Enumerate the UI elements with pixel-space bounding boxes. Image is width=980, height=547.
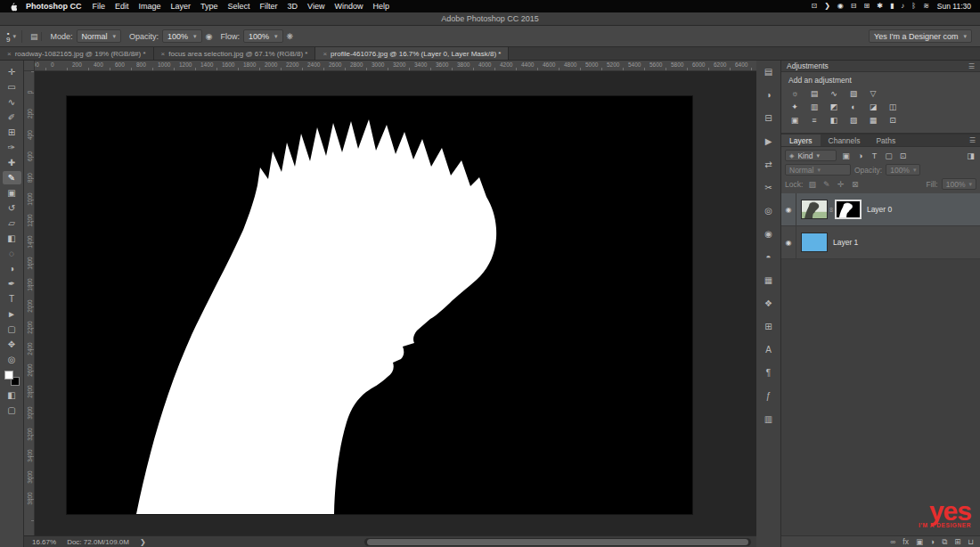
brush-settings-panel-icon[interactable]: ⇄: [761, 158, 777, 170]
app-menu[interactable]: Photoshop CC: [26, 2, 82, 11]
document-tab[interactable]: ×roadway-1082165.jpg @ 19% (RGB/8#) *: [0, 47, 154, 60]
close-tab-icon[interactable]: ×: [161, 50, 166, 58]
close-tab-icon[interactable]: ×: [323, 50, 327, 58]
link-layers-icon[interactable]: ∞: [890, 536, 895, 547]
new-layer-icon[interactable]: ⊞: [954, 536, 960, 547]
panel-tab-channels[interactable]: Channels: [821, 135, 869, 146]
layer-name[interactable]: Layer 0: [867, 205, 892, 214]
canvas-image[interactable]: [67, 96, 692, 514]
menu-select[interactable]: Select: [228, 2, 250, 11]
healing-brush-tool[interactable]: ✚: [3, 156, 21, 169]
document-tab[interactable]: ×profile-461076.jpg @ 16.7% (Layer 0, La…: [315, 47, 509, 60]
workspace-select[interactable]: Yes I'm a Designer com ▾: [869, 29, 972, 43]
black-white-icon[interactable]: ◐: [847, 102, 860, 112]
layer-style-icon[interactable]: fx: [902, 536, 909, 547]
filter-type-layers-icon[interactable]: T: [869, 151, 880, 160]
visibility-toggle[interactable]: ◉: [781, 193, 796, 225]
delete-layer-icon[interactable]: ⊔: [968, 536, 974, 547]
brush-tool[interactable]: ✎: [3, 171, 21, 184]
blur-tool[interactable]: ◌: [3, 247, 21, 260]
layer-mask-thumbnail[interactable]: [835, 200, 862, 219]
filter-pixel-layers-icon[interactable]: ▣: [840, 151, 852, 160]
learn-panel-icon[interactable]: ▶: [761, 135, 777, 147]
spotlight-icon[interactable]: ✱: [877, 0, 883, 12]
posterize-icon[interactable]: ≡: [808, 115, 821, 126]
layer-name[interactable]: Layer 1: [833, 238, 858, 247]
zoom-level[interactable]: 16.67%: [32, 538, 56, 546]
menu-view[interactable]: View: [307, 2, 324, 11]
display-icon[interactable]: ⊟: [851, 0, 857, 12]
selective-color-icon[interactable]: ▦: [867, 115, 879, 126]
quick-mask-icon[interactable]: ◧: [3, 388, 21, 402]
filter-kind-select[interactable]: ◈ Kind ▾: [785, 150, 837, 161]
brightness-contrast-icon[interactable]: ☼: [788, 88, 801, 99]
chevron-right-icon[interactable]: ❯: [824, 0, 830, 12]
foreground-color[interactable]: [4, 371, 13, 380]
mode-select[interactable]: Normal ▾: [77, 29, 122, 43]
screen-mode-icon[interactable]: ▢: [3, 404, 21, 417]
airplay-icon[interactable]: ⊡: [811, 0, 817, 12]
layer-row[interactable]: ◉8Layer 0: [781, 193, 980, 226]
fill-field[interactable]: 100% ▾: [942, 178, 976, 190]
new-group-icon[interactable]: ⧉: [942, 536, 947, 547]
color-balance-icon[interactable]: ◩: [828, 102, 840, 112]
apple-menu-icon[interactable]: [9, 2, 17, 12]
canvas-area[interactable]: 0200400600800100012001400160018002000220…: [24, 71, 756, 535]
levels-icon[interactable]: ▤: [808, 88, 821, 99]
horizontal-scrollbar[interactable]: [364, 538, 751, 546]
gradient-map-icon[interactable]: ▨: [847, 115, 860, 126]
panel-tab-layers[interactable]: Layers: [781, 135, 821, 146]
blend-mode-select[interactable]: Normal ▾: [785, 164, 851, 176]
wifi-icon[interactable]: ≋: [923, 0, 929, 12]
lock-all-icon[interactable]: ⊠: [849, 180, 861, 189]
eraser-tool[interactable]: ▱: [3, 216, 21, 230]
history-brush-tool[interactable]: ↺: [3, 201, 21, 215]
marquee-tool[interactable]: ▭: [3, 80, 21, 94]
crop-tool[interactable]: ⊞: [3, 126, 21, 139]
properties-panel-icon[interactable]: ▥: [761, 412, 777, 425]
menu-image[interactable]: Image: [139, 2, 161, 11]
dodge-tool[interactable]: ◑: [3, 262, 21, 275]
scrollbar-thumb[interactable]: [367, 539, 748, 545]
styles-panel-icon[interactable]: ◉: [761, 227, 777, 240]
volume-icon[interactable]: ♪: [901, 0, 904, 12]
document-tab[interactable]: ×focus area selection.jpg @ 67.1% (RGB/8…: [154, 47, 316, 60]
glyphs-panel-icon[interactable]: ƒ: [761, 389, 777, 402]
close-tab-icon[interactable]: ×: [7, 50, 12, 58]
bluetooth-icon[interactable]: ᛒ: [911, 0, 916, 12]
zoom-tool[interactable]: ◎: [3, 353, 21, 366]
panel-menu-icon[interactable]: ☰: [969, 135, 980, 146]
channel-mixer-icon[interactable]: ◫: [886, 102, 899, 112]
lock-transparency-icon[interactable]: ▨: [806, 180, 818, 189]
lock-pixels-icon[interactable]: ✎: [821, 180, 832, 189]
layer-thumbnail[interactable]: [801, 233, 828, 252]
color-lookup-icon[interactable]: ⊡: [886, 115, 899, 126]
filter-toggle-icon[interactable]: ◨: [965, 151, 976, 160]
invert-icon[interactable]: ▣: [788, 115, 801, 126]
menu-help[interactable]: Help: [372, 2, 389, 11]
type-tool[interactable]: T: [3, 292, 21, 306]
panel-menu-icon[interactable]: ☰: [968, 62, 975, 70]
move-tool[interactable]: ✛: [3, 65, 21, 78]
navigator-panel-icon[interactable]: ❖: [761, 297, 777, 309]
menu-type[interactable]: Type: [200, 2, 218, 11]
record-icon[interactable]: ◉: [837, 0, 844, 12]
layer-opacity-field[interactable]: 100% ▾: [886, 164, 920, 176]
timeline-panel-icon[interactable]: ⊞: [761, 320, 777, 332]
path-selection-tool[interactable]: ►: [3, 307, 21, 321]
quick-selection-tool[interactable]: ✐: [3, 110, 21, 124]
new-adjustment-layer-icon[interactable]: ◑: [930, 536, 935, 547]
clone-stamp-tool[interactable]: ▣: [3, 186, 21, 200]
mask-link-icon[interactable]: 8: [829, 207, 833, 213]
expand-triangle-icon[interactable]: ▽: [867, 88, 879, 99]
info-panel-icon[interactable]: ▦: [761, 274, 777, 286]
status-chevron-icon[interactable]: ❯: [140, 538, 146, 546]
grid-icon[interactable]: ⊞: [864, 0, 870, 12]
menu-window[interactable]: Window: [334, 2, 363, 11]
libraries-panel-icon[interactable]: ▤: [761, 65, 777, 78]
curves-icon[interactable]: ∿: [828, 88, 840, 99]
menu-filter[interactable]: Filter: [260, 2, 278, 11]
toggle-brush-panel-icon[interactable]: ▤: [30, 32, 43, 41]
pressure-opacity-icon[interactable]: ◉: [206, 32, 213, 41]
hue-saturation-icon[interactable]: ▥: [808, 102, 821, 112]
